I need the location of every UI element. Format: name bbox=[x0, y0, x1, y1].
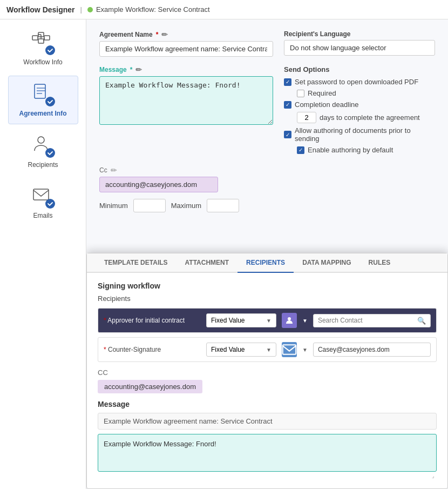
sidebar-item-emails[interactable]: Emails bbox=[8, 178, 78, 226]
sidebar-item-workflow-info[interactable]: Workflow Info bbox=[8, 25, 78, 72]
svg-point-14 bbox=[288, 317, 291, 320]
signing-workflow-title: Signing workflow bbox=[98, 282, 437, 290]
svg-rect-0 bbox=[32, 36, 38, 40]
cc-row: Cc ✏ accounting@caseyjones.dom bbox=[99, 166, 435, 192]
edit-message-icon[interactable]: ✏ bbox=[135, 65, 142, 74]
tabs-bar: TEMPLATE DETAILS ATTACHMENT RECIPIENTS D… bbox=[87, 253, 447, 273]
email-icon bbox=[282, 342, 297, 357]
panel-cc-value: accounting@caseyjones.dom bbox=[98, 380, 202, 393]
send-options-label: Send Options bbox=[284, 65, 435, 73]
check-required-row: Required bbox=[297, 89, 435, 97]
tab-rules[interactable]: RULES bbox=[360, 253, 399, 273]
check-authoring-box[interactable]: ✓ bbox=[284, 131, 291, 138]
recipient1-icon-btn[interactable] bbox=[282, 313, 297, 328]
recipient2-label: * Counter-Signature bbox=[104, 346, 201, 353]
check-authoring-row: ✓ Allow authoring of documents prior to … bbox=[284, 126, 435, 143]
svg-rect-2 bbox=[38, 39, 44, 43]
form-row-2: Message * ✏ Example Workflow Message: Fn… bbox=[99, 65, 435, 157]
recipient1-dropdown[interactable]: Fixed Value ▼ bbox=[206, 313, 276, 327]
check-authoring-default-row: ✓ Enable authoring by default bbox=[297, 146, 435, 154]
panel-message-title: Message bbox=[98, 400, 437, 408]
days-row: days to complete the agreement bbox=[297, 112, 435, 123]
recipients-icon-wrap bbox=[31, 134, 55, 158]
recipient1-search-wrap: 🔍 bbox=[313, 314, 431, 327]
panel-message-name: Example Workflow agreement name: Service… bbox=[98, 413, 437, 430]
send-options-col: Send Options ✓ Set password to open down… bbox=[284, 65, 435, 157]
check-required-box[interactable] bbox=[297, 90, 304, 97]
bottom-panel: TEMPLATE DETAILS ATTACHMENT RECIPIENTS D… bbox=[86, 253, 448, 489]
sidebar-item-agreement-info[interactable]: Agreement Info bbox=[8, 76, 78, 124]
tab-data-mapping[interactable]: DATA MAPPING bbox=[294, 253, 359, 273]
recipients-badge bbox=[45, 148, 55, 158]
agreement-info-badge bbox=[45, 97, 55, 106]
emails-icon-wrap bbox=[31, 185, 55, 209]
workflow-name-bar: Example Workflow: Service Contract bbox=[87, 5, 210, 14]
chevron-down-icon: ▼ bbox=[266, 318, 271, 324]
recipient1-label: * Approver for initial contract bbox=[104, 317, 201, 324]
tab-attachment[interactable]: ATTACHMENT bbox=[177, 253, 238, 273]
cc-value-display: accounting@caseyjones.dom bbox=[99, 177, 218, 192]
recipient2-email-display: Casey@caseyjones.dom bbox=[313, 343, 431, 357]
minimum-input[interactable] bbox=[133, 199, 166, 212]
sidebar: Workflow Info Agreement Info bbox=[0, 19, 86, 489]
required-star-2: * bbox=[130, 66, 133, 73]
tab-template-details[interactable]: TEMPLATE DETAILS bbox=[96, 253, 177, 273]
search-icon[interactable]: 🔍 bbox=[417, 317, 426, 325]
recipient-row-1: * Approver for initial contract Fixed Va… bbox=[98, 308, 437, 333]
agreement-name-input[interactable] bbox=[99, 41, 273, 57]
check-authoring-default-box[interactable]: ✓ bbox=[297, 146, 304, 154]
recipients-language-col: Recipient's Language bbox=[284, 30, 435, 57]
panel-cc-label: CC bbox=[98, 369, 437, 377]
message-textarea[interactable]: Example Workflow Message: Fnord! bbox=[99, 76, 273, 125]
edit-cc-icon[interactable]: ✏ bbox=[111, 166, 117, 175]
workflow-info-icon-wrap bbox=[31, 31, 55, 55]
check-deadline-box[interactable]: ✓ bbox=[284, 101, 291, 109]
recipient2-dropdown[interactable]: Fixed Value ▼ bbox=[206, 343, 276, 357]
recipient1-search-input[interactable] bbox=[318, 317, 415, 324]
recipients-section-title: Recipients bbox=[98, 294, 437, 303]
chevron-down-icon-2: ▼ bbox=[266, 347, 271, 353]
check-deadline-row: ✓ Completion deadline bbox=[284, 101, 435, 109]
svg-rect-15 bbox=[283, 345, 296, 354]
top-bar: Workflow Designer | Example Workflow: Se… bbox=[0, 0, 448, 19]
svg-rect-3 bbox=[44, 36, 50, 40]
svg-line-7 bbox=[44, 38, 44, 41]
agreement-name-label: Agreement Name * ✏ bbox=[99, 30, 273, 39]
maximum-input[interactable] bbox=[207, 199, 239, 212]
days-input[interactable] bbox=[297, 112, 316, 123]
agreement-name-col: Agreement Name * ✏ bbox=[99, 30, 273, 57]
emails-badge bbox=[45, 199, 55, 209]
panel-message-section: Message Example Workflow agreement name:… bbox=[98, 400, 437, 480]
recipient1-chevron-icon[interactable]: ▼ bbox=[302, 318, 308, 324]
check-password-row: ✓ Set password to open downloaded PDF bbox=[284, 78, 435, 86]
panel-cc-section: CC accounting@caseyjones.dom bbox=[98, 369, 437, 393]
sidebar-item-recipients[interactable]: Recipients bbox=[8, 128, 78, 175]
agreement-info-label: Agreement Info bbox=[19, 110, 66, 117]
recipient2-email-icon[interactable] bbox=[282, 342, 297, 357]
agreement-info-icon-wrap bbox=[31, 83, 55, 106]
content-area: Agreement Name * ✏ Recipient's Language … bbox=[86, 19, 448, 489]
check-password-box[interactable]: ✓ bbox=[284, 78, 291, 86]
edit-agreement-name-icon[interactable]: ✏ bbox=[161, 30, 168, 39]
emails-label: Emails bbox=[33, 212, 52, 219]
main-layout: Workflow Info Agreement Info bbox=[0, 19, 448, 489]
form-row-1: Agreement Name * ✏ Recipient's Language bbox=[99, 30, 435, 57]
svg-rect-13 bbox=[33, 189, 49, 200]
recipients-label: Recipients bbox=[28, 161, 58, 169]
svg-rect-8 bbox=[35, 84, 45, 98]
workflow-info-badge bbox=[45, 45, 55, 55]
workflow-name: Example Workflow: Service Contract bbox=[96, 5, 210, 14]
tab-recipients[interactable]: RECIPIENTS bbox=[237, 253, 294, 273]
cc-label: Cc ✏ bbox=[99, 166, 435, 175]
recipients-language-label: Recipient's Language bbox=[284, 30, 435, 38]
divider: | bbox=[80, 5, 82, 14]
recipient-row-2: * Counter-Signature Fixed Value ▼ ▼ bbox=[98, 337, 437, 362]
status-dot bbox=[87, 7, 93, 12]
recipients-language-input[interactable] bbox=[284, 40, 435, 56]
message-col: Message * ✏ Example Workflow Message: Fn… bbox=[99, 65, 273, 126]
workflow-info-label: Workflow Info bbox=[23, 58, 62, 66]
min-max-row: Minimum Maximum bbox=[99, 199, 435, 212]
person-icon bbox=[285, 316, 294, 325]
recipient2-chevron-icon[interactable]: ▼ bbox=[302, 347, 308, 353]
resize-handle: ⌟ bbox=[98, 472, 437, 480]
